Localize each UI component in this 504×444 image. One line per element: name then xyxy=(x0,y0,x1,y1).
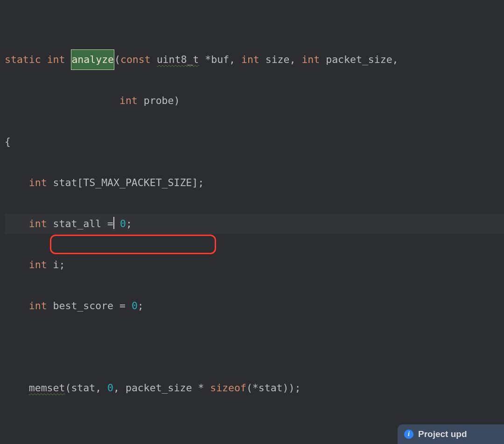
brace-open: { xyxy=(5,136,11,147)
code-line[interactable]: int stat[TS_MAX_PACKET_SIZE]; xyxy=(5,173,504,193)
info-icon: i xyxy=(404,430,413,439)
var-best-score: best_score xyxy=(53,300,113,312)
keyword-const: const xyxy=(120,54,151,65)
star: * xyxy=(205,54,211,65)
const-ts-max: TS_MAX_PACKET_SIZE xyxy=(83,177,192,188)
paren-open: ( xyxy=(114,54,120,65)
var-i: i xyxy=(53,259,59,271)
notification-popup[interactable]: i Project upd xyxy=(398,424,504,444)
code-line-blank[interactable] xyxy=(5,337,504,357)
fn-memset: memset xyxy=(29,382,65,394)
keyword-sizeof: sizeof xyxy=(210,382,246,394)
code-editor[interactable]: static int analyze(const uint8_t *buf, i… xyxy=(0,0,504,444)
function-name-selected[interactable]: analyze xyxy=(71,49,114,70)
code-line[interactable]: static int analyze(const uint8_t *buf, i… xyxy=(5,49,504,70)
code-line[interactable]: memset(stat, 0, packet_size * sizeof(*st… xyxy=(5,378,504,398)
var-stat-all: stat_all xyxy=(53,218,102,229)
type-uint8: uint8_t xyxy=(157,54,199,65)
code-line[interactable]: { xyxy=(5,132,504,152)
notification-text: Project upd xyxy=(418,429,467,439)
param-size: size xyxy=(266,54,290,65)
keyword-int: int xyxy=(47,54,65,65)
keyword-static: static xyxy=(5,54,41,65)
var-stat: stat xyxy=(53,177,77,188)
code-line-current[interactable]: int stat_all = 0; xyxy=(5,214,504,234)
code-line[interactable]: int probe) xyxy=(5,90,504,111)
param-buf: buf xyxy=(211,54,229,65)
param-packet-size: packet_size xyxy=(326,54,392,65)
code-line[interactable]: int best_score = 0; xyxy=(5,296,504,316)
param-probe: probe xyxy=(144,95,174,106)
text-caret xyxy=(113,217,114,229)
code-line[interactable]: int i; xyxy=(5,255,504,275)
